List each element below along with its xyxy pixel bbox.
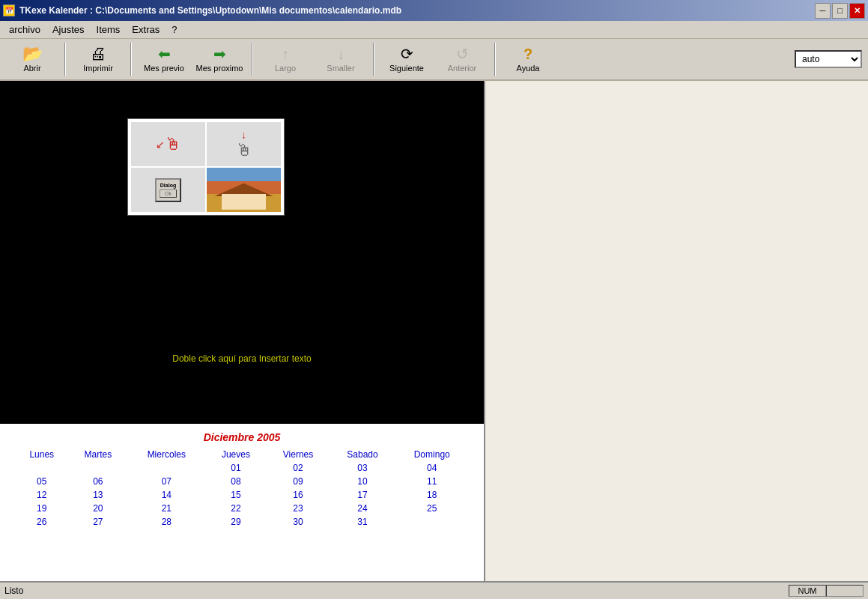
menu-ajustes[interactable]: Ajustes (46, 22, 91, 37)
calendar-cell[interactable]: 15 (205, 488, 266, 502)
calendar-cell[interactable]: 21 (127, 502, 205, 515)
toolbar-siguiente[interactable]: Siguiente (380, 41, 433, 77)
imprimir-label: Imprimir (83, 64, 113, 73)
toolbar-anterior: Anterior (436, 41, 488, 77)
preview-area[interactable]: ↙ 🖱 ↓ 🖱 Dialog Ok (0, 81, 484, 424)
calendar-cell[interactable] (15, 461, 69, 475)
menu-extras[interactable]: Extras (126, 22, 166, 37)
calendar-row[interactable]: 01020304 (15, 461, 469, 475)
calendar-row[interactable]: 19202122232425 (15, 502, 469, 515)
close-button[interactable]: ✕ (849, 3, 865, 19)
num-indicator: NUM (789, 585, 826, 597)
status-right: NUM (789, 585, 864, 597)
calendar-area: Diciembre 2005 Lunes Martes Miercoles Ju… (0, 424, 484, 581)
menu-bar: archivo Ajustes Items Extras ? (0, 21, 868, 39)
left-panel: ↙ 🖱 ↓ 🖱 Dialog Ok (0, 81, 485, 581)
calendar-cell[interactable]: 01 (205, 461, 266, 475)
calendar-row[interactable]: 05060708091011 (15, 475, 469, 488)
toolbar-sep-2 (130, 43, 132, 76)
preview-image-collage: ↙ 🖱 ↓ 🖱 Dialog Ok (127, 118, 285, 216)
calendar-cell[interactable]: 22 (205, 502, 266, 515)
calendar-cell[interactable] (69, 461, 128, 475)
calendar-cell[interactable]: 23 (266, 502, 330, 515)
status-bar: Listo NUM (0, 581, 868, 599)
calendar-cell[interactable]: 20 (69, 502, 128, 515)
next-icon (213, 46, 226, 62)
toolbar-imprimir[interactable]: Imprimir (72, 41, 124, 77)
calendar-cell[interactable]: 03 (330, 461, 395, 475)
img-dialog: Dialog Ok (131, 168, 205, 212)
help-icon (523, 46, 532, 62)
col-martes: Martes (69, 448, 128, 461)
zoom-dropdown[interactable]: auto fit 100% 75% 50% (795, 50, 862, 68)
toolbar-largo: Largo (259, 41, 312, 77)
double-click-hint[interactable]: Doble click aquí para Insertar texto (172, 353, 311, 364)
toolbar-smaller: Smaller (315, 41, 367, 77)
calendar-cell[interactable]: 16 (266, 488, 330, 502)
col-domingo: Domingo (395, 448, 469, 461)
calendar-cell[interactable]: 05 (15, 475, 69, 488)
open-icon (22, 46, 43, 62)
img-mouse-right: ↓ 🖱 (207, 122, 281, 166)
calendar-cell[interactable]: 29 (205, 515, 266, 529)
window-title: TKexe Kalender : C:\Documents and Settin… (19, 5, 401, 16)
largo-label: Largo (275, 64, 296, 73)
calendar-cell[interactable]: 17 (330, 488, 395, 502)
title-bar: 📅 TKexe Kalender : C:\Documents and Sett… (0, 0, 868, 21)
toolbar-abrir[interactable]: Abrir (6, 41, 58, 77)
zoom-dropdown-container: auto fit 100% 75% 50% (795, 50, 862, 68)
calendar-table: Lunes Martes Miercoles Jueves Viernes Sa… (15, 448, 469, 529)
col-jueves: Jueves (205, 448, 266, 461)
toolbar-sep-3 (252, 43, 253, 76)
calendar-cell[interactable]: 08 (205, 475, 266, 488)
menu-items[interactable]: Items (91, 22, 127, 37)
calendar-cell[interactable]: 04 (395, 461, 469, 475)
calendar-cell[interactable]: 27 (69, 515, 128, 529)
col-miercoles: Miercoles (127, 448, 205, 461)
status-seg-2 (826, 585, 864, 597)
right-panel (485, 81, 868, 581)
calendar-cell[interactable]: 24 (330, 502, 395, 515)
mes-previo-label: Mes previo (144, 64, 184, 73)
toolbar-sep-1 (64, 43, 66, 76)
col-viernes: Viernes (266, 448, 330, 461)
toolbar-mes-previo[interactable]: Mes previo (138, 41, 190, 77)
calendar-cell[interactable]: 31 (330, 515, 395, 529)
calendar-cell[interactable] (395, 515, 469, 529)
calendar-cell[interactable]: 18 (395, 488, 469, 502)
anterior-icon (456, 46, 469, 62)
calendar-cell[interactable]: 19 (15, 502, 69, 515)
calendar-row[interactable]: 262728293031 (15, 515, 469, 529)
larger-icon (282, 46, 289, 62)
img-house (207, 168, 281, 212)
calendar-cell[interactable]: 25 (395, 502, 469, 515)
calendar-row[interactable]: 12131415161718 (15, 488, 469, 502)
calendar-cell[interactable]: 28 (127, 515, 205, 529)
calendar-cell[interactable]: 09 (266, 475, 330, 488)
calendar-cell[interactable]: 13 (69, 488, 128, 502)
toolbar-mes-proximo[interactable]: Mes proximo (193, 41, 246, 77)
app-icon: 📅 (3, 4, 15, 16)
menu-help[interactable]: ? (166, 22, 183, 37)
calendar-cell[interactable] (127, 461, 205, 475)
calendar-cell[interactable]: 10 (330, 475, 395, 488)
menu-archivo[interactable]: archivo (3, 22, 46, 37)
dialog-ok-btn: Ok (160, 189, 177, 198)
maximize-button[interactable]: □ (832, 3, 848, 19)
calendar-cell[interactable]: 02 (266, 461, 330, 475)
calendar-cell[interactable]: 14 (127, 488, 205, 502)
siguiente-icon (401, 46, 413, 62)
calendar-cell[interactable]: 07 (127, 475, 205, 488)
calendar-cell[interactable]: 30 (266, 515, 330, 529)
calendar-cell[interactable]: 12 (15, 488, 69, 502)
toolbar: Abrir Imprimir Mes previo Mes proximo La… (0, 39, 868, 81)
calendar-header-row: Lunes Martes Miercoles Jueves Viernes Sa… (15, 448, 469, 461)
siguiente-label: Siguiente (389, 64, 424, 73)
smaller-icon (337, 46, 345, 62)
calendar-cell[interactable]: 11 (395, 475, 469, 488)
minimize-button[interactable]: ─ (815, 3, 831, 19)
calendar-cell[interactable]: 06 (69, 475, 128, 488)
print-icon (90, 46, 106, 62)
calendar-cell[interactable]: 26 (15, 515, 69, 529)
toolbar-ayuda[interactable]: Ayuda (502, 41, 554, 77)
